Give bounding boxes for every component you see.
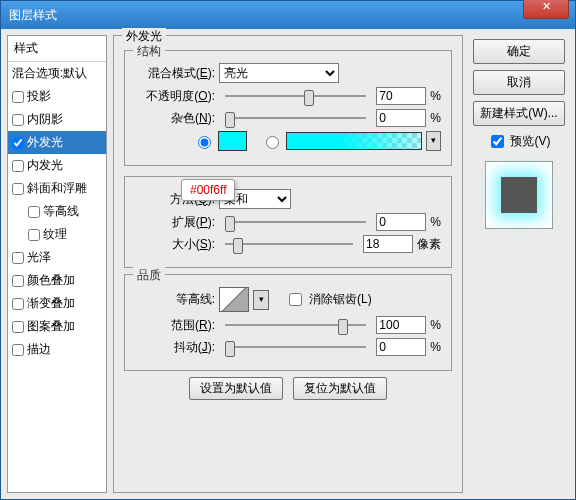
close-button[interactable]: ✕ bbox=[523, 0, 569, 19]
sidebar-label-11: 描边 bbox=[27, 341, 51, 358]
noise-label: 杂色(N): bbox=[135, 110, 215, 127]
layer-style-dialog: 图层样式 ✕ 样式 混合选项:默认 投影内阴影外发光内发光斜面和浮雕等高线纹理光… bbox=[0, 0, 576, 500]
close-icon: ✕ bbox=[542, 0, 551, 12]
opacity-slider[interactable] bbox=[225, 88, 366, 104]
preview-toggle[interactable]: 预览(V) bbox=[487, 132, 550, 151]
sidebar-checkbox-1[interactable] bbox=[12, 114, 24, 126]
main-panel: 外发光 结构 混合模式(E): 亮光 不透明度(O): % bbox=[113, 35, 463, 493]
jitter-slider[interactable] bbox=[225, 339, 366, 355]
structure-legend: 结构 bbox=[133, 43, 165, 60]
sidebar-label-3: 内发光 bbox=[27, 157, 63, 174]
sidebar-checkbox-3[interactable] bbox=[12, 160, 24, 172]
sidebar-label-7: 光泽 bbox=[27, 249, 51, 266]
quality-group: 品质 等高线: ▾ 消除锯齿(L) 范围(R): bbox=[124, 274, 452, 371]
sidebar-header: 样式 bbox=[8, 36, 106, 62]
content: 样式 混合选项:默认 投影内阴影外发光内发光斜面和浮雕等高线纹理光泽颜色叠加渐变… bbox=[1, 29, 575, 499]
noise-input[interactable] bbox=[376, 109, 426, 127]
quality-legend: 品质 bbox=[133, 267, 165, 284]
cancel-button[interactable]: 取消 bbox=[473, 70, 565, 95]
sidebar-item-4[interactable]: 斜面和浮雕 bbox=[8, 177, 106, 200]
gradient-radio[interactable] bbox=[266, 136, 279, 149]
color-tooltip: #00f6ff bbox=[181, 179, 235, 201]
sidebar-label-8: 颜色叠加 bbox=[27, 272, 75, 289]
spread-label: 扩展(P): bbox=[135, 214, 215, 231]
sidebar-item-6[interactable]: 纹理 bbox=[8, 223, 106, 246]
color-radio[interactable] bbox=[198, 136, 211, 149]
sidebar-checkbox-6[interactable] bbox=[28, 229, 40, 241]
sidebar-label-5: 等高线 bbox=[43, 203, 79, 220]
sidebar-checkbox-7[interactable] bbox=[12, 252, 24, 264]
antialias-checkbox[interactable] bbox=[289, 293, 302, 306]
gradient-bar[interactable] bbox=[286, 132, 422, 150]
new-style-button[interactable]: 新建样式(W)... bbox=[473, 101, 565, 126]
sidebar-checkbox-0[interactable] bbox=[12, 91, 24, 103]
preview-swatch bbox=[501, 177, 537, 213]
sidebar-label-1: 内阴影 bbox=[27, 111, 63, 128]
sidebar-item-2[interactable]: 外发光 bbox=[8, 131, 106, 154]
opacity-input[interactable] bbox=[376, 87, 426, 105]
range-slider[interactable] bbox=[225, 317, 366, 333]
structure-group: 结构 混合模式(E): 亮光 不透明度(O): % 杂色(N): bbox=[124, 50, 452, 166]
sidebar-item-10[interactable]: 图案叠加 bbox=[8, 315, 106, 338]
styles-sidebar: 样式 混合选项:默认 投影内阴影外发光内发光斜面和浮雕等高线纹理光泽颜色叠加渐变… bbox=[7, 35, 107, 493]
spread-slider[interactable] bbox=[225, 214, 366, 230]
sidebar-checkbox-10[interactable] bbox=[12, 321, 24, 333]
jitter-input[interactable] bbox=[376, 338, 426, 356]
antialias-label: 消除锯齿(L) bbox=[309, 291, 372, 308]
contour-label: 等高线: bbox=[135, 291, 215, 308]
right-column: 确定 取消 新建样式(W)... 预览(V) bbox=[469, 35, 569, 493]
preview-checkbox[interactable] bbox=[491, 135, 504, 148]
sidebar-checkbox-9[interactable] bbox=[12, 298, 24, 310]
opacity-label: 不透明度(O): bbox=[135, 88, 215, 105]
sidebar-label-4: 斜面和浮雕 bbox=[27, 180, 87, 197]
gradient-dropdown-icon[interactable]: ▾ bbox=[426, 131, 441, 151]
sidebar-checkbox-11[interactable] bbox=[12, 344, 24, 356]
blend-mode-select[interactable]: 亮光 bbox=[219, 63, 339, 83]
jitter-label: 抖动(J): bbox=[135, 339, 215, 356]
sidebar-item-8[interactable]: 颜色叠加 bbox=[8, 269, 106, 292]
titlebar[interactable]: 图层样式 ✕ bbox=[1, 1, 575, 29]
sidebar-label-10: 图案叠加 bbox=[27, 318, 75, 335]
blend-mode-label: 混合模式(E): bbox=[135, 65, 215, 82]
sidebar-item-11[interactable]: 描边 bbox=[8, 338, 106, 361]
sidebar-blend-options[interactable]: 混合选项:默认 bbox=[8, 62, 106, 85]
contour-dropdown-icon[interactable]: ▾ bbox=[253, 290, 269, 310]
contour-preview[interactable] bbox=[219, 287, 249, 312]
sidebar-item-0[interactable]: 投影 bbox=[8, 85, 106, 108]
set-default-button[interactable]: 设置为默认值 bbox=[189, 377, 283, 400]
size-slider[interactable] bbox=[225, 236, 353, 252]
sidebar-checkbox-2[interactable] bbox=[12, 137, 24, 149]
size-input[interactable] bbox=[363, 235, 413, 253]
ok-button[interactable]: 确定 bbox=[473, 39, 565, 64]
elements-group: 方法(Q): 柔和 扩展(P): % 大小(S): bbox=[124, 176, 452, 268]
sidebar-label-6: 纹理 bbox=[43, 226, 67, 243]
window-title: 图层样式 bbox=[9, 8, 57, 22]
sidebar-checkbox-5[interactable] bbox=[28, 206, 40, 218]
sidebar-checkbox-8[interactable] bbox=[12, 275, 24, 287]
sidebar-label-2: 外发光 bbox=[27, 134, 63, 151]
sidebar-item-3[interactable]: 内发光 bbox=[8, 154, 106, 177]
preview-label: 预览(V) bbox=[510, 133, 550, 150]
preview-box bbox=[485, 161, 553, 229]
sidebar-label-9: 渐变叠加 bbox=[27, 295, 75, 312]
sidebar-item-5[interactable]: 等高线 bbox=[8, 200, 106, 223]
color-swatch[interactable] bbox=[218, 131, 247, 151]
sidebar-item-1[interactable]: 内阴影 bbox=[8, 108, 106, 131]
reset-default-button[interactable]: 复位为默认值 bbox=[293, 377, 387, 400]
range-input[interactable] bbox=[376, 316, 426, 334]
sidebar-item-9[interactable]: 渐变叠加 bbox=[8, 292, 106, 315]
spread-input[interactable] bbox=[376, 213, 426, 231]
noise-slider[interactable] bbox=[225, 110, 366, 126]
sidebar-checkbox-4[interactable] bbox=[12, 183, 24, 195]
sidebar-label-0: 投影 bbox=[27, 88, 51, 105]
range-label: 范围(R): bbox=[135, 317, 215, 334]
sidebar-item-7[interactable]: 光泽 bbox=[8, 246, 106, 269]
size-label: 大小(S): bbox=[135, 236, 215, 253]
